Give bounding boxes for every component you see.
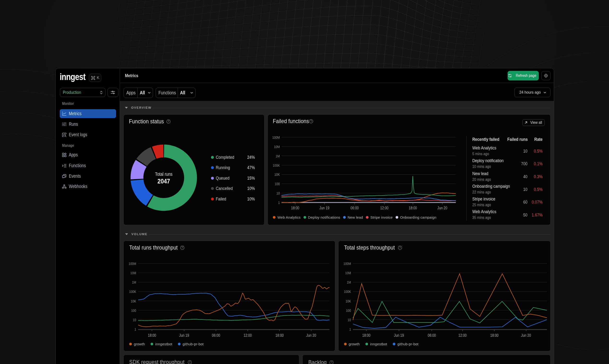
svg-text:?: ?: [189, 361, 191, 364]
svg-text:?: ?: [331, 361, 332, 364]
